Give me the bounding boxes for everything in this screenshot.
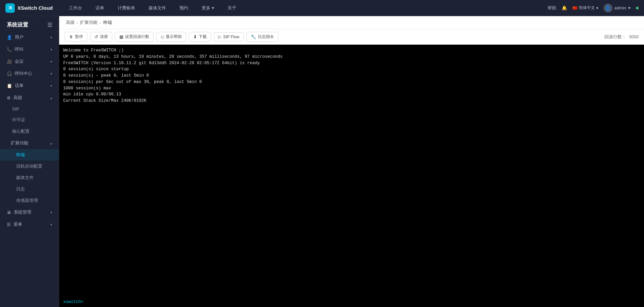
cdr-icon: 📋 [7, 83, 12, 88]
sidebar-item-menu[interactable]: ☰ 菜单 ▾ [0, 218, 59, 230]
sidebar-sub-sip[interactable]: SIP [0, 104, 59, 114]
terminal-prompt-line: xswitch> [59, 298, 644, 307]
advanced-icon: ⚙ [7, 95, 11, 100]
download-icon: ⬇ [193, 34, 197, 39]
app-logo[interactable]: ✕ XSwitch Cloud [5, 3, 53, 13]
arrow-icon: ▾ [50, 84, 52, 88]
sidebar-menu-icon[interactable]: ☰ [47, 22, 52, 28]
arrow-up-icon: ▴ [50, 96, 52, 100]
nav-cdr[interactable]: 话单 [93, 4, 107, 12]
sidebar-item-users[interactable]: 👤 用户 ▾ [0, 31, 59, 43]
sidebar-sub-media-files[interactable]: 媒体文件 [0, 172, 59, 183]
sidebar-item-cdr[interactable]: 📋 话单 ▾ [0, 80, 59, 92]
sidebar-item-advanced[interactable]: ⚙ 高级 ▴ [0, 92, 59, 104]
main-layout: 系统设置 ☰ 👤 用户 ▾ 📞 呼叫 ▾ 🎥 会议 ▾ [0, 16, 644, 307]
breadcrumb-sep2: › [99, 20, 101, 25]
top-nav-right: 帮助 🔔 🇨🇳 简体中文 ▾ 👤 admin ▾ [548, 4, 639, 12]
username-label: admin [614, 5, 626, 10]
user-icon: 👤 [7, 35, 12, 40]
sidebar-item-callcenter[interactable]: 🎧 呼叫中心 ▾ [0, 68, 59, 80]
sidebar-item-sysadmin[interactable]: 🖥 系统管理 ▾ [0, 206, 59, 218]
sidebar-sub-terminal[interactable]: 终端 [0, 149, 59, 161]
scroll-count-area: 回滚行数： 3000 [604, 34, 639, 40]
arrow-icon: ▾ [50, 36, 52, 39]
help-link[interactable]: 帮助 [548, 5, 556, 11]
breadcrumb-advanced[interactable]: 高级 [66, 19, 75, 26]
sidebar-item-extensions[interactable]: 扩展功能 ▴ [0, 137, 59, 149]
arrow-icon: ▾ [50, 60, 52, 63]
arrow-up-icon: ▴ [50, 141, 52, 145]
phone-icon: 📞 [7, 47, 12, 52]
menu-icon: ☰ [7, 222, 11, 227]
nav-about[interactable]: 关于 [225, 4, 239, 12]
arrow-icon: ▾ [50, 72, 52, 76]
sidebar-item-conference[interactable]: 🎥 会议 ▾ [0, 55, 59, 68]
lang-arrow-icon: ▾ [596, 6, 598, 10]
sidebar: 系统设置 ☰ 👤 用户 ▾ 📞 呼叫 ▾ 🎥 会议 ▾ [0, 16, 59, 307]
refresh-icon: ↺ [94, 34, 98, 39]
command-icon: 🔧 [251, 34, 256, 39]
content-area: 高级 › 扩展功能 › 终端 ⏸ 暂停 ↺ 清屏 ▦ 设置回滚行数 ◇ 显示帮助 [59, 16, 644, 307]
breadcrumb-sep1: › [77, 20, 78, 25]
breadcrumb-extensions[interactable]: 扩展功能 [80, 19, 97, 26]
flag-icon: 🇨🇳 [572, 6, 577, 10]
clear-button[interactable]: ↺ 清屏 [90, 32, 112, 42]
sidebar-sub-logs[interactable]: 日志 [0, 183, 59, 195]
nav-workbench[interactable]: 工作台 [66, 4, 85, 12]
user-menu[interactable]: 👤 admin ▾ [604, 4, 631, 12]
scroll-rows-button[interactable]: ▦ 设置回滚行数 [115, 32, 154, 42]
help-icon: ◇ [161, 34, 164, 39]
grid-icon: ▦ [119, 34, 123, 39]
sysadmin-icon: 🖥 [7, 210, 11, 215]
terminal-wrapper: Welcome to FreeSWITCH ;) UP 0 years, 0 d… [59, 45, 644, 307]
user-avatar-icon: 👤 [604, 4, 612, 12]
log-command-button[interactable]: 🔧 日志指令 [246, 32, 278, 42]
pause-icon: ⏸ [69, 34, 73, 39]
breadcrumb-current: 终端 [103, 19, 112, 26]
bell-icon[interactable]: 🔔 [562, 5, 567, 10]
breadcrumb: 高级 › 扩展功能 › 终端 [59, 16, 644, 29]
sidebar-sub-autoprov[interactable]: 话机自动配置 [0, 161, 59, 172]
status-indicator [636, 7, 639, 9]
flow-icon: ▷ [218, 34, 222, 39]
arrow-icon: ▾ [50, 223, 52, 226]
download-button[interactable]: ⬇ 下载 [189, 32, 211, 42]
arrow-icon: ▾ [50, 211, 52, 214]
logo-icon: ✕ [5, 3, 15, 13]
language-selector[interactable]: 🇨🇳 简体中文 ▾ [572, 5, 598, 11]
sip-flow-button[interactable]: ▷ SIP Flow [214, 32, 244, 41]
scroll-count-value: 3000 [629, 34, 639, 39]
sidebar-item-calls[interactable]: 📞 呼叫 ▾ [0, 43, 59, 55]
nav-more[interactable]: 更多 ▾ [199, 4, 217, 12]
user-arrow-icon: ▾ [628, 5, 631, 10]
show-help-button[interactable]: ◇ 显示帮助 [156, 32, 186, 42]
conference-icon: 🎥 [7, 59, 12, 64]
sidebar-title: 系统设置 ☰ [0, 16, 59, 31]
nav-media[interactable]: 媒体文件 [146, 4, 169, 12]
sidebar-sub-core-config[interactable]: 核心配置 [0, 126, 59, 137]
arrow-icon: ▾ [50, 48, 52, 51]
scroll-count-label: 回滚行数： [604, 34, 626, 40]
nav-reservation[interactable]: 预约 [177, 4, 191, 12]
nav-billing[interactable]: 计费账单 [115, 4, 138, 12]
toolbar: ⏸ 暂停 ↺ 清屏 ▦ 设置回滚行数 ◇ 显示帮助 ⬇ 下载 ▷ SIP Flo… [59, 29, 644, 45]
sidebar-sub-sensor[interactable]: 传感器管理 [0, 195, 59, 206]
terminal-output[interactable]: Welcome to FreeSWITCH ;) UP 0 years, 0 d… [59, 45, 644, 298]
pause-button[interactable]: ⏸ 暂停 [65, 32, 87, 42]
top-navigation: ✕ XSwitch Cloud 工作台 话单 计费账单 媒体文件 预约 更多 ▾… [0, 0, 644, 16]
chevron-down-icon: ▾ [212, 5, 214, 10]
terminal-prompt[interactable]: xswitch> [63, 300, 83, 304]
callcenter-icon: 🎧 [7, 71, 12, 76]
lang-label: 简体中文 [579, 5, 595, 11]
app-name: XSwitch Cloud [17, 5, 53, 11]
sidebar-sub-license[interactable]: 许可证 [0, 114, 59, 126]
